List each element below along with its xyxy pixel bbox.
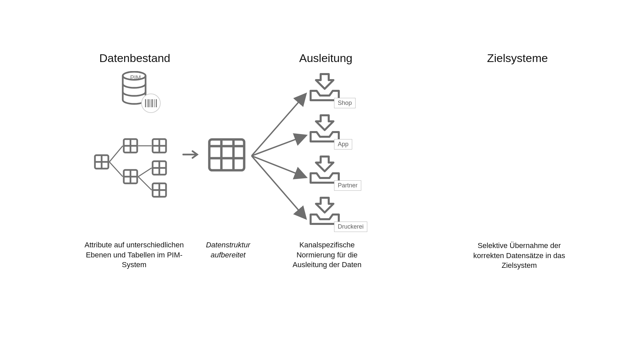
heading-ausleitung: Ausleitung bbox=[299, 52, 353, 65]
badge-druckerei: Druckerei bbox=[334, 222, 367, 232]
pim-label: PIM bbox=[130, 74, 141, 81]
heading-zielsysteme: Zielsysteme bbox=[487, 52, 548, 65]
caption-normierung: Kanalspezifische Normierung für die Ausl… bbox=[282, 240, 372, 270]
grid-large-icon bbox=[208, 138, 246, 172]
diagram-canvas: Datenbestand Ausleitung Zielsysteme PIM bbox=[0, 0, 644, 362]
svg-line-36 bbox=[252, 156, 305, 218]
caption-selektiv: Selektive Übernahme der korrekten Datens… bbox=[469, 241, 570, 270]
badge-shop: Shop bbox=[334, 98, 356, 108]
svg-rect-28 bbox=[209, 139, 244, 170]
arrow-icon bbox=[182, 150, 201, 159]
caption-attributes: Attribute auf unterschiedlichen Ebenen u… bbox=[80, 240, 188, 270]
caption-struktur: Datenstruktur aufbereitet bbox=[198, 240, 258, 260]
badge-partner: Partner bbox=[334, 180, 361, 191]
tree-connectors bbox=[94, 137, 171, 200]
svg-line-33 bbox=[252, 95, 305, 156]
fan-arrows bbox=[248, 77, 315, 235]
barcode-icon bbox=[141, 93, 161, 113]
badge-app: App bbox=[334, 139, 352, 149]
heading-datenbestand: Datenbestand bbox=[99, 52, 170, 65]
svg-line-35 bbox=[252, 156, 305, 177]
